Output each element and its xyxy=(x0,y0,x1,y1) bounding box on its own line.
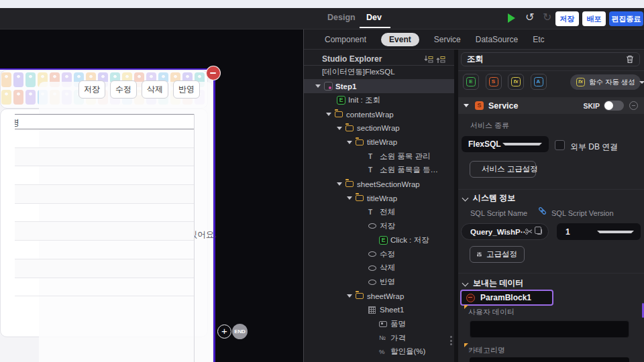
tree-item[interactable]: Step1 xyxy=(304,79,454,93)
tree-item[interactable]: 수정 xyxy=(304,247,454,261)
tree-item[interactable]: Sheet1 xyxy=(304,303,454,317)
tree-item[interactable]: EInit : 조회 xyxy=(304,93,454,107)
event-type-button-e[interactable]: E xyxy=(463,74,479,90)
tab-design[interactable]: Design xyxy=(327,13,356,22)
category-name-input[interactable] xyxy=(470,357,629,362)
text-icon: T xyxy=(368,153,372,160)
table-row[interactable] xyxy=(15,129,194,148)
tab-datasource[interactable]: DataSource xyxy=(476,35,518,44)
save-button[interactable]: 저장 xyxy=(555,11,579,26)
tree-item[interactable]: sectionWrap xyxy=(304,121,454,135)
canvas-button[interactable]: 저장 xyxy=(78,80,105,99)
tree-item[interactable]: T소원 품목을 등… xyxy=(304,164,454,178)
folder-icon xyxy=(356,293,364,299)
canvas-button[interactable]: 반영 xyxy=(173,80,200,99)
chevron-down-icon xyxy=(462,280,469,287)
send-data-section-header[interactable]: 보내는 데이터 xyxy=(463,278,523,289)
system-info-section-header[interactable]: 시스템 정보 xyxy=(463,192,515,204)
tab-component[interactable]: Component xyxy=(325,35,366,44)
tab-dev[interactable]: Dev xyxy=(366,13,382,22)
collapse-section-icon[interactable] xyxy=(629,101,638,110)
canvas-button[interactable]: 삭제 xyxy=(142,80,168,99)
tree-item[interactable]: 저장 xyxy=(304,219,454,233)
expand-all-icon[interactable] xyxy=(436,55,445,64)
tree-item-label: 저장 xyxy=(380,221,395,231)
trash-icon[interactable] xyxy=(626,55,634,64)
skip-toggle[interactable] xyxy=(604,101,624,111)
event-type-button-a[interactable]: A xyxy=(531,74,547,90)
tab-service[interactable]: Service xyxy=(434,35,461,44)
folder-icon xyxy=(345,125,354,131)
copy-icon[interactable] xyxy=(537,229,542,235)
tree-item[interactable]: [데이터연동]FlexSQL xyxy=(304,66,454,80)
table-row[interactable] xyxy=(15,241,194,259)
tree-item[interactable]: contentsWrap xyxy=(304,107,454,121)
flow-end-node[interactable]: END xyxy=(232,324,248,339)
tree-item[interactable]: №가격 xyxy=(304,331,454,345)
service-section-header[interactable]: S Service SKIP xyxy=(458,97,644,114)
tree-arrow-icon[interactable] xyxy=(337,182,345,186)
col-pct-icon: % xyxy=(379,348,390,355)
sql-script-version-select[interactable]: 1 xyxy=(557,223,641,240)
tree-item[interactable]: EClick : 저장 xyxy=(304,233,454,247)
tree-item[interactable]: titleWrap xyxy=(304,191,454,205)
tree-item[interactable]: 삭제 xyxy=(304,261,454,276)
external-db-checkbox[interactable] xyxy=(555,140,565,150)
table-row[interactable] xyxy=(15,259,194,278)
tree-arrow-icon[interactable] xyxy=(337,127,345,130)
redo-icon[interactable]: ↻ xyxy=(543,11,551,23)
table-row[interactable] xyxy=(15,204,194,223)
undo-icon[interactable]: ↺ xyxy=(525,11,534,23)
finish-edit-button[interactable]: 편집종료 xyxy=(609,11,643,26)
service-advanced-button[interactable]: 서비스 고급설정 xyxy=(470,161,536,178)
tree-arrow-icon[interactable] xyxy=(347,141,356,144)
service-title-box[interactable]: 조회 xyxy=(461,52,640,66)
system-advanced-label: 고급설정 xyxy=(486,249,517,259)
event-type-button-s[interactable]: S xyxy=(486,74,502,90)
tree-arrow-icon[interactable] xyxy=(315,84,324,88)
tree-item[interactable]: 반영 xyxy=(304,275,454,289)
event-icon: E xyxy=(379,236,390,245)
tree-arrow-icon[interactable] xyxy=(347,294,356,298)
tree-item[interactable]: T전체 xyxy=(304,205,454,219)
autogen-function-button[interactable]: fx 함수 자동 생성 xyxy=(570,74,641,90)
tab-etc[interactable]: Etc xyxy=(533,35,544,44)
deploy-button[interactable]: 배포 xyxy=(582,11,606,26)
tree-item-label: Sheet1 xyxy=(380,306,404,314)
explorer-title: Studio Explorer xyxy=(322,54,382,64)
dev-tab-underline xyxy=(360,27,390,28)
param-block-item[interactable]: ParamBlock1 xyxy=(460,290,553,306)
sql-script-name-chip[interactable]: Query_WishP⋯ xyxy=(461,223,549,240)
add-step-button[interactable]: + xyxy=(217,324,231,339)
collapse-all-icon[interactable] xyxy=(424,55,433,64)
table-row[interactable] xyxy=(15,278,194,297)
scissors-icon[interactable] xyxy=(525,228,533,235)
tree-item[interactable]: titleWrap xyxy=(304,135,454,149)
user-data-input[interactable] xyxy=(470,320,629,338)
system-advanced-button[interactable]: 고급설정 xyxy=(470,246,525,263)
tree-item[interactable]: sheetWrap xyxy=(304,289,454,303)
panel-resize-handle[interactable] xyxy=(450,336,452,345)
table-row[interactable] xyxy=(15,222,194,241)
tree-item[interactable]: T소원 품목 관리 xyxy=(304,149,454,164)
design-canvas[interactable]: 소원 품목을 등록하고 관리할 수 있어요. 저장수정삭제반영 품명 xyxy=(0,68,215,362)
tab-event[interactable]: Event xyxy=(381,33,419,46)
table-row[interactable] xyxy=(15,166,194,185)
tree-item[interactable]: sheetSectionWrap xyxy=(304,177,454,191)
data-grid[interactable]: 품명 xyxy=(15,114,195,362)
table-row[interactable] xyxy=(15,185,194,204)
canvas-button[interactable]: 수정 xyxy=(110,80,137,99)
table-row[interactable] xyxy=(15,148,194,167)
link-icon[interactable] xyxy=(538,206,547,215)
tree-item[interactable]: 품명 xyxy=(304,317,454,331)
service-type-select[interactable]: FlexSQL xyxy=(462,136,549,152)
decorative-tile xyxy=(13,72,23,87)
remove-param-icon[interactable] xyxy=(466,294,475,302)
tree-item-label: contentsWrap xyxy=(346,111,394,119)
tree-item[interactable]: %할인율(%) xyxy=(304,345,454,359)
remove-step-icon[interactable] xyxy=(206,66,221,80)
tree-arrow-icon[interactable] xyxy=(326,113,335,116)
event-type-button-fx[interactable]: fx xyxy=(508,74,524,90)
tree-arrow-icon[interactable] xyxy=(347,196,356,200)
run-icon[interactable] xyxy=(508,13,515,23)
